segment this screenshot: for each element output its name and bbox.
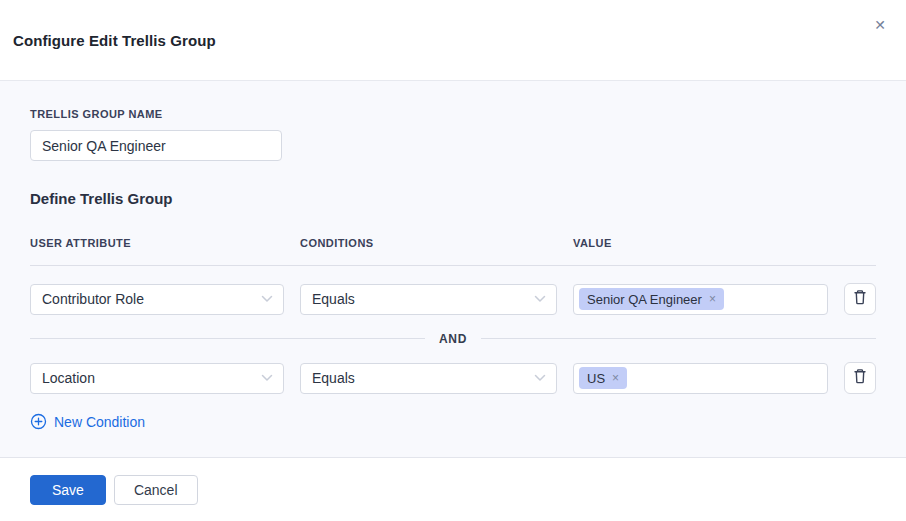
divider-line — [481, 338, 876, 339]
column-header-conditions: CONDITIONS — [300, 237, 557, 249]
tag-remove-icon[interactable]: × — [612, 371, 619, 385]
cancel-button[interactable]: Cancel — [114, 475, 198, 505]
modal-footer: Save Cancel — [0, 458, 906, 521]
section-heading: Define Trellis Group — [30, 190, 876, 207]
condition-row-1: Contributor Role Equals Senior QA Engine… — [30, 283, 876, 315]
and-operator-divider: AND — [30, 315, 876, 362]
condition-column-headers: USER ATTRIBUTE CONDITIONS VALUE — [30, 237, 876, 249]
and-operator-label: AND — [439, 332, 467, 346]
condition-select-1[interactable]: Equals — [300, 284, 557, 315]
modal-title: Configure Edit Trellis Group — [13, 32, 216, 49]
chevron-down-icon — [534, 295, 546, 303]
modal-header: Configure Edit Trellis Group ✕ — [0, 0, 906, 81]
tag-remove-icon[interactable]: × — [709, 292, 716, 306]
save-button[interactable]: Save — [30, 475, 106, 505]
value-tag-label: US — [587, 371, 605, 386]
group-name-label: TRELLIS GROUP NAME — [30, 108, 876, 120]
delete-condition-button-2[interactable] — [844, 362, 876, 394]
value-tag: US × — [579, 367, 627, 389]
value-input-1[interactable]: Senior QA Engineer × — [573, 284, 828, 315]
column-header-user-attribute: USER ATTRIBUTE — [30, 237, 284, 249]
chevron-down-icon — [261, 374, 273, 382]
configure-trellis-group-modal: Configure Edit Trellis Group ✕ TRELLIS G… — [0, 0, 906, 521]
attribute-select-1[interactable]: Contributor Role — [30, 284, 284, 315]
trash-icon — [852, 368, 868, 388]
column-header-divider — [30, 265, 876, 266]
attribute-select-2-value: Location — [42, 370, 95, 386]
trash-icon — [852, 289, 868, 309]
condition-row-2: Location Equals US × — [30, 362, 876, 394]
modal-body: TRELLIS GROUP NAME Define Trellis Group … — [0, 81, 906, 458]
condition-select-1-value: Equals — [312, 291, 355, 307]
divider-line — [30, 338, 425, 339]
value-tag-label: Senior QA Engineer — [587, 292, 702, 307]
new-condition-button[interactable]: New Condition — [30, 413, 145, 430]
close-icon[interactable]: ✕ — [869, 14, 891, 36]
group-name-input[interactable] — [30, 130, 282, 161]
new-condition-label: New Condition — [54, 414, 145, 430]
chevron-down-icon — [261, 295, 273, 303]
condition-select-2-value: Equals — [312, 370, 355, 386]
condition-select-2[interactable]: Equals — [300, 363, 557, 394]
chevron-down-icon — [534, 374, 546, 382]
plus-circle-icon — [30, 413, 47, 430]
attribute-select-1-value: Contributor Role — [42, 291, 144, 307]
value-tag: Senior QA Engineer × — [579, 288, 724, 310]
delete-condition-button-1[interactable] — [844, 283, 876, 315]
attribute-select-2[interactable]: Location — [30, 363, 284, 394]
value-input-2[interactable]: US × — [573, 363, 828, 394]
column-header-value: VALUE — [573, 237, 828, 249]
